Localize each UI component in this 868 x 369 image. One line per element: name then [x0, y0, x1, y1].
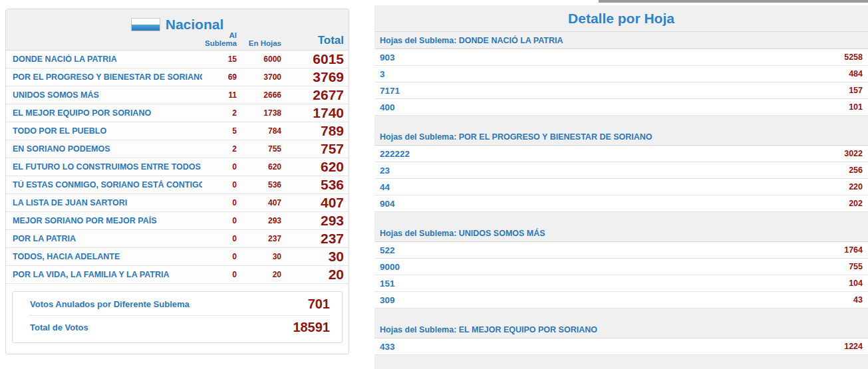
sublema-row: POR LA VIDA, LA FAMILIA Y LA PATRIA 0 20… — [6, 266, 349, 284]
sublema-row: EN SORIANO PODEMOS 2 755 757 — [6, 140, 349, 158]
hoja-votes-value: 1224 — [844, 342, 863, 351]
sublema-name-link[interactable]: LA LISTA DE JUAN SARTORI — [13, 198, 202, 207]
sublema-name-link[interactable]: EN SORIANO PODEMOS — [13, 144, 202, 154]
total-value: 293 — [281, 213, 344, 229]
total-value: 1740 — [281, 105, 344, 121]
sublema-row: EL FUTURO LO CONSTRUIMOS ENTRE TODOS 0 6… — [6, 158, 349, 176]
sublema-name-link[interactable]: TÚ ESTAS CONMIGO, SORIANO ESTÁ CONTIGO — [13, 180, 202, 189]
sublema-name-link[interactable]: POR LA VIDA, LA FAMILIA Y LA PATRIA — [13, 270, 202, 279]
en-hojas-value: 237 — [237, 234, 281, 243]
sublema-table: DONDE NACIÓ LA PATRIA 15 6000 6015 POR E… — [6, 51, 349, 284]
al-sublema-value: 0 — [202, 216, 237, 225]
hoja-number-link[interactable]: 7171 — [380, 86, 400, 96]
hoja-section-title: Hojas del Sublema: POR EL PROGRESO Y BIE… — [374, 128, 868, 146]
hoja-votes-value: 1764 — [844, 245, 863, 255]
en-hojas-value: 20 — [237, 270, 281, 279]
sublema-name-link[interactable]: POR LA PATRIA — [13, 234, 202, 243]
hoja-votes-value: 104 — [849, 279, 863, 288]
hoja-row: 904 202 — [374, 195, 868, 212]
column-header-en-hojas: En Hojas — [237, 39, 281, 47]
sublema-name-link[interactable]: EL FUTURO LO CONSTRUIMOS ENTRE TODOS — [13, 162, 202, 172]
sublema-row: MEJOR SORIANO POR MEJOR PAÍS 0 293 293 — [6, 212, 349, 230]
hoja-votes-value: 220 — [849, 182, 863, 191]
annulled-votes-value: 701 — [308, 297, 330, 312]
sublema-row: LA LISTA DE JUAN SARTORI 0 407 407 — [6, 194, 349, 212]
sublema-name-link[interactable]: POR EL PROGRESO Y BIENESTAR DE SORIANO — [13, 72, 202, 82]
al-sublema-value: 69 — [202, 72, 237, 82]
al-sublema-value: 0 — [202, 270, 237, 279]
hoja-votes-value: 43 — [853, 295, 863, 305]
en-hojas-value: 407 — [237, 198, 281, 207]
en-hojas-value: 784 — [237, 126, 281, 136]
horizontal-scrollbar[interactable] — [599, 0, 868, 3]
column-header-al-sublema: Al Sublema — [202, 31, 237, 47]
en-hojas-value: 30 — [237, 252, 281, 261]
hoja-number-link[interactable]: 44 — [380, 182, 390, 192]
en-hojas-value: 1738 — [237, 108, 281, 118]
sublema-name-link[interactable]: MEJOR SORIANO POR MEJOR PAÍS — [13, 216, 202, 225]
sublema-row: POR LA PATRIA 0 237 237 — [6, 230, 349, 248]
hoja-row: 3 484 — [374, 66, 868, 82]
hoja-number-link[interactable]: 23 — [380, 166, 390, 176]
al-sublema-value: 0 — [202, 180, 237, 189]
total-value: 620 — [281, 159, 344, 175]
al-sublema-value: 0 — [202, 234, 237, 243]
hoja-section-title: Hojas del Sublema: EL MEJOR EQUIPO POR S… — [374, 321, 868, 338]
total-value: 407 — [281, 195, 344, 211]
hoja-section: Hojas del Sublema: DONDE NACIÓ LA PATRIA… — [374, 32, 868, 116]
sublema-name-link[interactable]: DONDE NACIÓ LA PATRIA — [13, 55, 202, 64]
en-hojas-value: 293 — [237, 216, 281, 225]
en-hojas-value: 755 — [237, 144, 281, 154]
total-value: 3769 — [281, 69, 344, 85]
hoja-number-link[interactable]: 400 — [380, 102, 395, 112]
hoja-number-link[interactable]: 3 — [380, 69, 385, 79]
total-value: 757 — [281, 141, 344, 157]
nacional-panel-header: Nacional Al Sublema En Hojas Total — [6, 9, 349, 51]
al-sublema-value: 2 — [202, 144, 237, 154]
en-hojas-value: 3700 — [237, 72, 281, 82]
detalle-por-hoja-panel: Detalle por Hoja Hojas del Sublema: DOND… — [374, 5, 868, 369]
al-sublema-value: 11 — [202, 90, 237, 100]
total-value: 20 — [281, 267, 344, 283]
total-value: 237 — [281, 231, 344, 247]
sublema-name-link[interactable]: TODO POR EL PUEBLO — [13, 126, 202, 136]
hoja-number-link[interactable]: 522 — [380, 245, 395, 255]
hoja-number-link[interactable]: 151 — [380, 279, 395, 289]
al-sublema-value: 0 — [202, 198, 237, 207]
hoja-votes-value: 101 — [849, 102, 863, 112]
sublema-name-link[interactable]: TODOS, HACIA ADELANTE — [13, 252, 202, 261]
hoja-number-link[interactable]: 222222 — [380, 149, 410, 159]
sublema-row: TODO POR EL PUEBLO 5 784 789 — [6, 122, 349, 140]
hoja-votes-value: 755 — [849, 262, 863, 271]
hoja-number-link[interactable]: 9000 — [380, 262, 400, 272]
al-sublema-value: 0 — [202, 252, 237, 261]
column-header-total: Total — [281, 34, 344, 47]
sublema-name-link[interactable]: EL MEJOR EQUIPO POR SORIANO — [13, 108, 202, 118]
hoja-section: Hojas del Sublema: EL MEJOR EQUIPO POR S… — [374, 321, 868, 355]
total-value: 30 — [281, 249, 344, 265]
hoja-row: 522 1764 — [374, 242, 868, 259]
sublema-row: DONDE NACIÓ LA PATRIA 15 6000 6015 — [6, 51, 349, 68]
hoja-number-link[interactable]: 433 — [380, 342, 395, 352]
detalle-panel-header: Detalle por Hoja — [374, 5, 868, 32]
total-value: 789 — [281, 123, 344, 139]
hoja-row: 400 101 — [374, 99, 868, 116]
sublema-row: EL MEJOR EQUIPO POR SORIANO 2 1738 1740 — [6, 104, 349, 122]
hoja-votes-value: 202 — [849, 199, 863, 208]
hoja-number-link[interactable]: 309 — [380, 295, 395, 305]
hoja-row: 151 104 — [374, 275, 868, 292]
total-value: 536 — [281, 177, 344, 193]
sublema-name-link[interactable]: UNIDOS SOMOS MÁS — [13, 90, 202, 100]
hoja-row: 433 1224 — [374, 338, 868, 355]
total-value: 6015 — [281, 51, 344, 67]
sublema-row: POR EL PROGRESO Y BIENESTAR DE SORIANO 6… — [6, 68, 349, 86]
detalle-panel-title: Detalle por Hoja — [568, 11, 674, 27]
hoja-number-link[interactable]: 903 — [380, 53, 395, 62]
total-value: 2677 — [281, 87, 344, 103]
al-sublema-value: 2 — [202, 108, 237, 118]
hoja-number-link[interactable]: 904 — [380, 199, 395, 209]
al-sublema-value: 5 — [202, 126, 237, 136]
hoja-row: 23 256 — [374, 162, 868, 179]
hoja-votes-value: 157 — [849, 86, 863, 95]
en-hojas-value: 2666 — [237, 90, 281, 100]
